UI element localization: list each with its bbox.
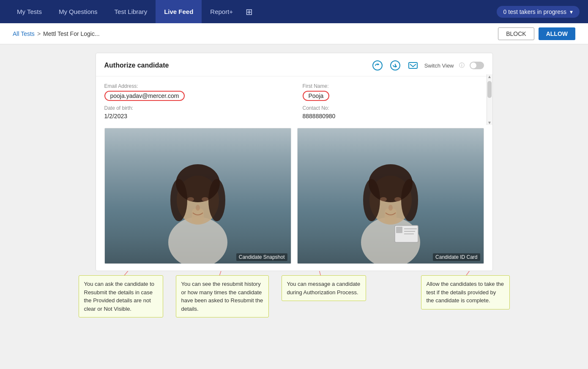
contact-value: 8888880980	[303, 113, 484, 119]
details-row-1: Email Address: pooja.yadav@mercer.com Fi…	[104, 83, 484, 101]
tooltip-resubmit: You can ask the candidate to Resubmit th…	[79, 275, 163, 317]
email-value: pooja.yadav@mercer.com	[104, 91, 185, 101]
svg-point-21	[394, 197, 401, 201]
first-name-group: First Name: Pooja	[303, 83, 484, 101]
breadcrumb-current-test: Mettl Test For Logic...	[43, 30, 100, 37]
tooltip-allow: Allow the candidates to take the test if…	[421, 275, 510, 309]
snapshot-caption: Candidate Snapshot	[236, 253, 287, 261]
toggle-info-icon[interactable]: ⓘ	[459, 62, 465, 69]
tooltip-message: You can message a candidate during Autho…	[282, 275, 366, 301]
resubmit-icon[interactable]	[371, 59, 384, 72]
nav-my-questions[interactable]: My Questions	[50, 0, 106, 23]
breadcrumb-all-tests[interactable]: All Tests	[13, 30, 35, 37]
dob-group: Date of birth: 1/2/2023	[104, 105, 286, 119]
dropdown-chevron-icon: ▾	[570, 8, 573, 15]
candidate-images: Candidate Snapshot	[96, 124, 492, 271]
tooltip-message-text: You can message a candidate during Autho…	[287, 281, 361, 296]
svg-point-11	[187, 197, 194, 201]
tooltip-resubmit-text: You can ask the candidate to Resubmit th…	[84, 281, 154, 312]
breadcrumb-bar: All Tests > Mettl Test For Logic... BLOC…	[0, 23, 588, 44]
top-navigation: My Tests My Questions Test Library Live …	[0, 0, 588, 23]
svg-point-20	[380, 197, 387, 201]
svg-point-9	[170, 179, 187, 221]
card-header: Authorize candidate	[96, 53, 492, 76]
candidate-card: Authorize candidate	[96, 53, 493, 271]
snapshot-container: Candidate Snapshot	[104, 128, 291, 264]
main-content: Authorize candidate	[0, 44, 588, 355]
candidate-snapshot-image: Candidate Snapshot	[105, 128, 291, 263]
history-icon[interactable]	[389, 59, 402, 72]
breadcrumb: All Tests > Mettl Test For Logic...	[13, 30, 100, 37]
breadcrumb-separator: >	[37, 30, 41, 37]
candidate-details: Email Address: pooja.yadav@mercer.com Fi…	[96, 76, 492, 119]
scroll-up-arrow[interactable]: ▲	[487, 74, 492, 79]
test-takers-badge[interactable]: 0 test takers in progress ▾	[497, 6, 580, 18]
email-label: Email Address:	[104, 83, 286, 89]
card-scrollbar[interactable]: ▲ ▼	[487, 74, 492, 125]
grid-icon[interactable]: ⊞	[241, 7, 257, 17]
tooltip-history-text: You can see the resubmit history or how …	[181, 281, 263, 312]
nav-test-library[interactable]: Test Library	[106, 0, 156, 23]
tooltip-allow-text: Allow the candidates to take the test if…	[427, 281, 504, 304]
tooltips-section: You can ask the candidate to Resubmit th…	[41, 271, 548, 347]
idcard-container: Candidate ID Card	[297, 128, 484, 264]
switch-view-toggle[interactable]	[470, 62, 484, 69]
svg-point-22	[388, 205, 393, 211]
scrollbar-thumb[interactable]	[487, 81, 492, 98]
switch-view-label: Switch View	[424, 62, 454, 69]
nav-my-tests[interactable]: My Tests	[8, 0, 50, 23]
tooltip-history: You can see the resubmit history or how …	[176, 275, 269, 317]
nav-report-plus[interactable]: Report+	[202, 0, 241, 23]
nav-live-feed[interactable]: Live Feed	[156, 0, 202, 23]
idcard-caption: Candidate ID Card	[433, 253, 480, 261]
candidate-idcard-image: Candidate ID Card	[298, 128, 484, 263]
svg-rect-24	[396, 227, 402, 233]
contact-group: Contact No: 8888880980	[303, 105, 484, 119]
card-actions: Switch View ⓘ	[371, 59, 484, 72]
details-row-2: Date of birth: 1/2/2023 Contact No: 8888…	[104, 105, 484, 119]
email-group: Email Address: pooja.yadav@mercer.com	[104, 83, 286, 101]
first-name-label: First Name:	[303, 83, 484, 89]
svg-point-0	[373, 61, 382, 70]
block-button[interactable]: BLOCK	[498, 27, 534, 40]
test-takers-count: 0 test takers in progress	[503, 8, 566, 15]
breadcrumb-actions: BLOCK ALLOW	[498, 27, 575, 40]
dob-label: Date of birth:	[104, 105, 286, 111]
svg-point-18	[363, 179, 380, 221]
card-title: Authorize candidate	[104, 62, 169, 69]
allow-button[interactable]: ALLOW	[539, 27, 575, 40]
svg-rect-4	[409, 62, 417, 68]
scroll-down-arrow[interactable]: ▼	[487, 120, 492, 125]
message-icon[interactable]	[407, 59, 419, 72]
dob-value: 1/2/2023	[104, 113, 286, 119]
svg-point-12	[202, 197, 208, 201]
svg-point-10	[208, 179, 225, 221]
first-name-value: Pooja	[303, 91, 330, 101]
svg-point-13	[196, 205, 200, 211]
contact-label: Contact No:	[303, 105, 484, 111]
svg-point-19	[401, 179, 418, 221]
